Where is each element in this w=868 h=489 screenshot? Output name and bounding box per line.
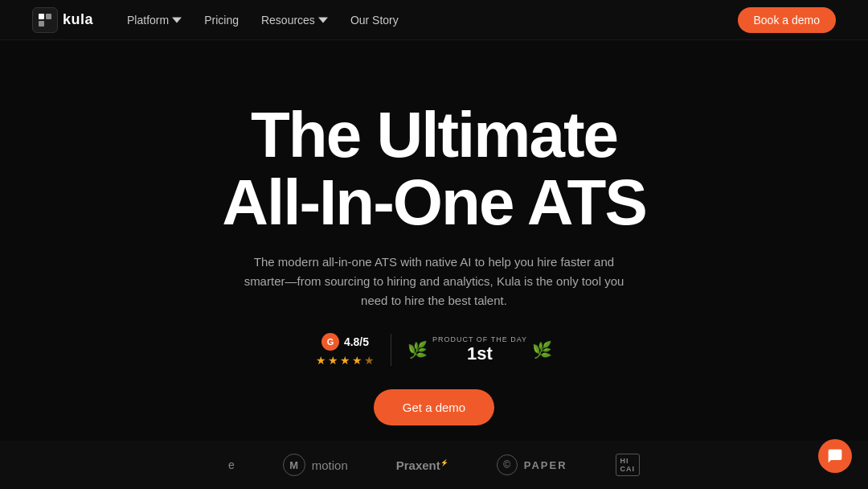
potd-label: Product of the day xyxy=(432,335,527,343)
chat-icon xyxy=(827,448,843,464)
potd-laurel: 🌿 Product of the day 1st 🌿 xyxy=(407,335,552,364)
logo-paper: © PAPER xyxy=(497,454,567,475)
hicai-line2: CAI xyxy=(620,465,636,473)
svg-rect-0 xyxy=(39,14,44,19)
badge-divider xyxy=(391,334,391,366)
g2-icon: G xyxy=(321,333,339,351)
hero-section: The Ultimate All-In-One ATS The modern a… xyxy=(0,40,868,489)
chat-button[interactable] xyxy=(818,439,852,473)
svg-rect-1 xyxy=(46,14,51,19)
star-4: ★ xyxy=(352,354,362,367)
logo-icon xyxy=(32,7,58,33)
hero-badges: G 4.8/5 ★ ★ ★ ★ ★ 🌿 Product of the day 1… xyxy=(316,333,552,367)
praxent-label: Praxent⚡ xyxy=(396,458,448,472)
nav-item-our-story[interactable]: Our Story xyxy=(341,9,408,31)
hero-subtitle: The modern all-in-one ATS with native AI… xyxy=(233,253,635,310)
potd-badge: 🌿 Product of the day 1st 🌿 xyxy=(407,335,552,364)
motion-label: motion xyxy=(312,458,348,472)
book-demo-button[interactable]: Book a demo xyxy=(738,7,837,33)
star-5: ★ xyxy=(364,354,375,367)
motion-icon: M xyxy=(283,454,305,476)
logos-bar: e M motion Praxent⚡ © PAPER HI CAI xyxy=(0,441,868,489)
nav-item-platform[interactable]: Platform xyxy=(117,9,191,31)
hicai-line1: HI xyxy=(620,457,629,465)
paper-label: PAPER xyxy=(524,459,567,471)
star-2: ★ xyxy=(328,354,338,367)
nav-links: Platform Pricing Resources Our Story xyxy=(117,9,737,31)
laurel-left-icon: 🌿 xyxy=(407,340,428,360)
logo-text: kula xyxy=(63,11,93,28)
laurel-right-icon: 🌿 xyxy=(532,340,552,360)
logo-hicai: HI CAI xyxy=(616,454,641,476)
paper-icon: © xyxy=(497,454,518,475)
logo-motion: M motion xyxy=(283,454,348,476)
nav-item-pricing[interactable]: Pricing xyxy=(194,9,248,31)
nav-item-resources[interactable]: Resources xyxy=(252,9,338,31)
star-rating: ★ ★ ★ ★ ★ xyxy=(316,354,375,367)
star-3: ★ xyxy=(340,354,350,367)
star-1: ★ xyxy=(316,354,326,367)
logo-partial: e xyxy=(228,458,235,471)
get-demo-button[interactable]: Get a demo xyxy=(374,389,494,425)
svg-rect-2 xyxy=(39,21,44,27)
g2-rating: 4.8/5 xyxy=(344,335,369,348)
logo-praxent: Praxent⚡ xyxy=(396,458,448,472)
g2-badge: G 4.8/5 ★ ★ ★ ★ ★ xyxy=(316,333,375,367)
logo[interactable]: kula xyxy=(32,7,93,33)
hero-title: The Ultimate All-In-One ATS xyxy=(222,101,646,236)
navbar: kula Platform Pricing Resources Our Stor… xyxy=(0,0,868,40)
potd-number: 1st xyxy=(467,343,493,364)
